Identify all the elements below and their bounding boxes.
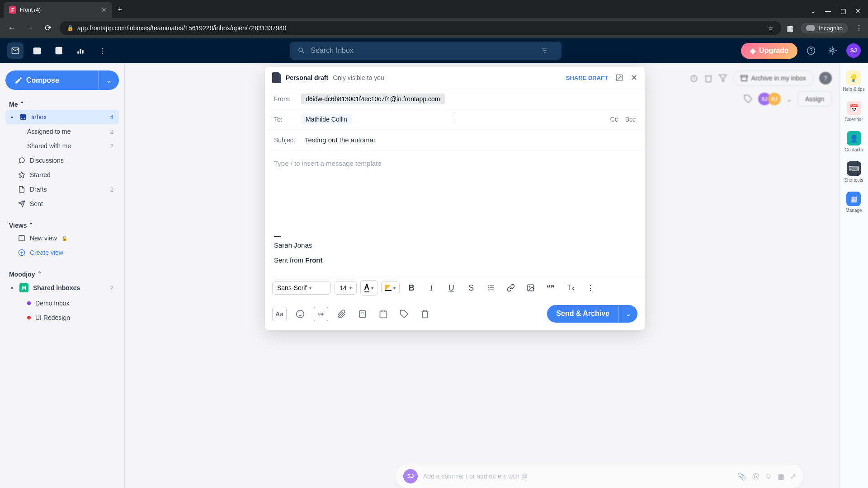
browser-toolbar: ← → ⟳ 🔒 app.frontapp.com/inboxes/teammat…	[0, 18, 868, 38]
more-format-icon[interactable]: ⋮	[582, 280, 599, 296]
sidebar-item-demo-inbox[interactable]: Demo Inbox	[5, 296, 119, 310]
back-icon[interactable]: ←	[5, 23, 18, 33]
to-chip[interactable]: Mathilde Collin	[301, 114, 352, 125]
compose-dropdown[interactable]: ⌄	[98, 70, 119, 90]
incognito-badge[interactable]: Incognito	[801, 23, 848, 33]
sidebar-item-shared-inboxes[interactable]: ▾ M Shared inboxes 2	[5, 280, 119, 296]
sidebar-item-assigned[interactable]: Assigned to me 2	[5, 124, 119, 139]
bookmark-icon[interactable]: ☆	[768, 24, 774, 32]
font-select[interactable]: Sans-Serif ▾	[272, 281, 331, 295]
close-window-icon[interactable]: ✕	[855, 7, 861, 14]
upgrade-button[interactable]: ◈ Upgrade	[741, 43, 797, 59]
extensions-icon[interactable]: ▦	[787, 24, 793, 33]
attach-button[interactable]	[335, 307, 349, 321]
discard-button[interactable]	[418, 307, 432, 321]
browser-tab[interactable]: F Front (4) ✕	[4, 2, 112, 18]
trash-icon[interactable]	[704, 74, 713, 83]
assign-button[interactable]: Assign	[797, 91, 832, 107]
rail-help[interactable]: 💡 Help & tips	[843, 70, 864, 92]
schedule-icon[interactable]: ▦	[778, 472, 784, 481]
expand-icon[interactable]: ⤢	[790, 472, 796, 481]
tabs-dropdown-icon[interactable]: ⌄	[811, 7, 816, 14]
attach-icon[interactable]: 📎	[737, 472, 746, 481]
rail-calendar[interactable]: 📅 Calendar	[844, 101, 863, 122]
subject-field[interactable]: Subject:	[265, 130, 645, 150]
tab-close-icon[interactable]: ✕	[101, 6, 107, 14]
reload-icon[interactable]: ⟳	[42, 23, 54, 33]
rail-contacts[interactable]: 👤 Contacts	[845, 131, 863, 152]
archive-button[interactable]: Archive in my inbox	[733, 70, 814, 86]
schedule-button[interactable]	[376, 307, 391, 321]
text-format-toggle[interactable]: Aa	[272, 307, 287, 321]
sidebar-item-inbox[interactable]: ▾ Inbox 4	[5, 110, 119, 124]
underline-button[interactable]: U	[443, 280, 459, 296]
browser-menu-icon[interactable]: ⋮	[855, 24, 863, 33]
assignee-avatar[interactable]: RJ	[768, 93, 781, 105]
section-views[interactable]: Views ˄	[5, 220, 119, 231]
analytics-nav-icon[interactable]	[72, 42, 89, 59]
comment-bar[interactable]: SJ Add a comment or add others with @ 📎 …	[396, 465, 803, 488]
rail-shortcuts[interactable]: ⌨ Shortcuts	[844, 161, 863, 183]
strikethrough-button[interactable]: S	[463, 280, 479, 296]
url-bar[interactable]: 🔒 app.frontapp.com/inboxes/teammates/156…	[60, 21, 781, 35]
section-moodjoy[interactable]: Moodjoy ˄	[5, 269, 119, 280]
italic-button[interactable]: I	[423, 280, 439, 296]
tag-icon[interactable]	[744, 94, 753, 103]
section-me[interactable]: Me ˄	[5, 99, 119, 110]
text-color-button[interactable]: A ▾	[360, 280, 378, 296]
share-draft-button[interactable]: SHARE DRAFT	[566, 75, 608, 81]
filter-icon[interactable]	[541, 47, 554, 55]
sidebar-item-new-view[interactable]: New view 🔒	[5, 231, 119, 245]
highlight-button[interactable]: ▾	[381, 282, 400, 294]
template-button[interactable]	[355, 307, 370, 321]
from-chip[interactable]: d6idw-dc6b813001f4ec10c7f4@in.frontapp.c…	[301, 94, 445, 104]
subject-input[interactable]	[305, 136, 636, 144]
maximize-icon[interactable]: ▢	[840, 7, 846, 14]
bold-button[interactable]: B	[403, 280, 420, 296]
expand-icon[interactable]	[615, 74, 623, 82]
sidebar-item-starred[interactable]: Starred	[5, 168, 119, 182]
rail-manage[interactable]: ▦ Manage	[845, 192, 862, 213]
minimize-icon[interactable]: —	[825, 7, 831, 14]
snooze-icon[interactable]	[689, 74, 698, 83]
sidebar-item-drafts[interactable]: Drafts 2	[5, 182, 119, 197]
send-dropdown[interactable]: ⌄	[618, 305, 637, 323]
contacts-nav-icon[interactable]	[51, 42, 67, 59]
sidebar-item-shared[interactable]: Shared with me 2	[5, 139, 119, 153]
sidebar-item-create-view[interactable]: Create view	[5, 245, 119, 260]
help-circle-icon[interactable]: ?	[819, 72, 832, 84]
list-button[interactable]	[483, 280, 499, 296]
move-icon[interactable]	[718, 74, 727, 83]
sidebar-item-sent[interactable]: Sent	[5, 197, 119, 211]
calendar-nav-icon[interactable]	[29, 42, 45, 59]
svg-rect-33	[380, 311, 387, 318]
gif-button[interactable]: GIF	[314, 307, 328, 321]
new-tab-button[interactable]: +	[118, 5, 123, 14]
comment-placeholder: Add a comment or add others with @	[423, 473, 732, 480]
size-select[interactable]: 14 ▾	[335, 281, 357, 295]
link-button[interactable]	[503, 280, 519, 296]
tag-button[interactable]	[397, 307, 411, 321]
clear-format-button[interactable]: Tx	[562, 280, 579, 296]
quote-button[interactable]: ❝❞	[542, 280, 559, 296]
cc-button[interactable]: Cc	[610, 116, 618, 123]
user-avatar[interactable]: SJ	[846, 43, 861, 58]
close-icon[interactable]: ✕	[631, 73, 637, 83]
to-field[interactable]: To: Mathilde Collin Cc Bcc	[265, 109, 645, 130]
bcc-button[interactable]: Bcc	[625, 116, 636, 123]
emoji-button[interactable]	[293, 307, 307, 321]
chevron-down-icon[interactable]: ⌄	[786, 95, 792, 103]
compose-body[interactable]: Type / to insert a message template	[265, 150, 645, 232]
inbox-nav-icon[interactable]	[7, 42, 24, 59]
sidebar-item-ui-redesign[interactable]: UI Redesign	[5, 310, 119, 325]
image-button[interactable]	[523, 280, 539, 296]
settings-icon[interactable]	[825, 42, 841, 59]
help-icon[interactable]	[803, 42, 819, 59]
compose-button[interactable]: Compose	[5, 70, 98, 90]
send-button[interactable]: Send & Archive	[547, 305, 618, 323]
emoji-icon[interactable]: ☺	[765, 472, 772, 481]
sidebar-item-discussions[interactable]: Discussions	[5, 153, 119, 168]
more-nav-icon[interactable]: ⋮	[94, 42, 110, 59]
mention-icon[interactable]: @	[752, 472, 759, 481]
search-bar[interactable]: Search Inbox	[290, 42, 561, 60]
